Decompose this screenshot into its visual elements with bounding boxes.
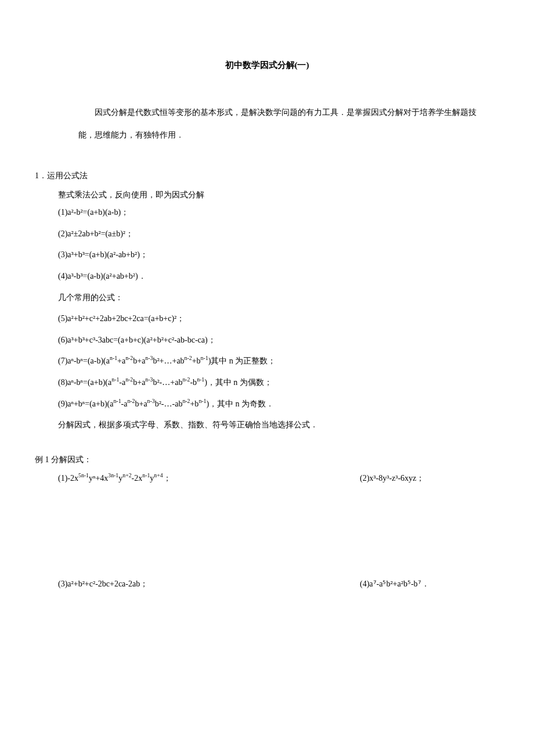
formula-6: (6)a³+b³+c³-3abc=(a+b+c)(a²+b²+c²-ab-bc-… <box>35 333 499 348</box>
formula-5: (5)a²+b²+c²+2ab+2bc+2ca=(a+b+c)²； <box>35 311 499 327</box>
formula-3: (3)a³+b³=(a+b)(a²-ab+b²)； <box>35 247 499 263</box>
common-formulas-label: 几个常用的公式： <box>35 290 499 306</box>
formula-2: (2)a²±2ab+b²=(a±b)²； <box>35 226 499 242</box>
introduction-paragraph: 因式分解是代数式恒等变形的基本形式，是解决数学问题的有力工具．是掌握因式分解对于… <box>35 101 499 146</box>
formula-intro: 整式乘法公式，反向使用，即为因式分解 <box>35 189 499 201</box>
formula-7: (7)aⁿ-bⁿ=(a-b)(an-1+an-2b+an-3b²+…+abn-2… <box>35 354 499 369</box>
section-1-header: 1．运用公式法 <box>35 170 499 182</box>
document-title: 初中数学因式分解(一) <box>35 58 499 72</box>
problem-2: (2)x³-8y³-z³-6xyz； <box>360 472 499 485</box>
formula-4: (4)a³-b³=(a-b)(a²+ab+b²)． <box>35 269 499 285</box>
intro-text: 因式分解是代数式恒等变形的基本形式，是解决数学问题的有力工具．是掌握因式分解对于… <box>44 101 490 146</box>
example-1-header: 例 1 分解因式： <box>35 453 499 466</box>
formula-1: (1)a²-b²=(a+b)(a-b)； <box>35 205 499 221</box>
formula-9: (9)aⁿ+bⁿ=(a+b)(an-1-an-2b+an-3b²-…-abn-2… <box>35 397 499 412</box>
problem-row-1: (1)-2x5n-1yⁿ+4x3n-1yn+2-2xn-1yn+4； (2)x³… <box>35 472 499 485</box>
workspace-gap <box>35 491 499 578</box>
section-1-note: 分解因式，根据多项式字母、系数、指数、符号等正确恰当地选择公式． <box>35 417 499 433</box>
formula-8: (8)aⁿ-bⁿ=(a+b)(an-1-an-2b+an-3b²-…+abn-2… <box>35 375 499 391</box>
problem-3: (3)a²+b²+c²-2bc+2ca-2ab； <box>58 578 360 591</box>
problem-row-2: (3)a²+b²+c²-2bc+2ca-2ab； (4)a⁷-a⁵b²+a²b⁵… <box>35 578 499 591</box>
problem-1: (1)-2x5n-1yⁿ+4x3n-1yn+2-2xn-1yn+4； <box>58 472 360 485</box>
problem-4: (4)a⁷-a⁵b²+a²b⁵-b⁷． <box>360 578 499 591</box>
